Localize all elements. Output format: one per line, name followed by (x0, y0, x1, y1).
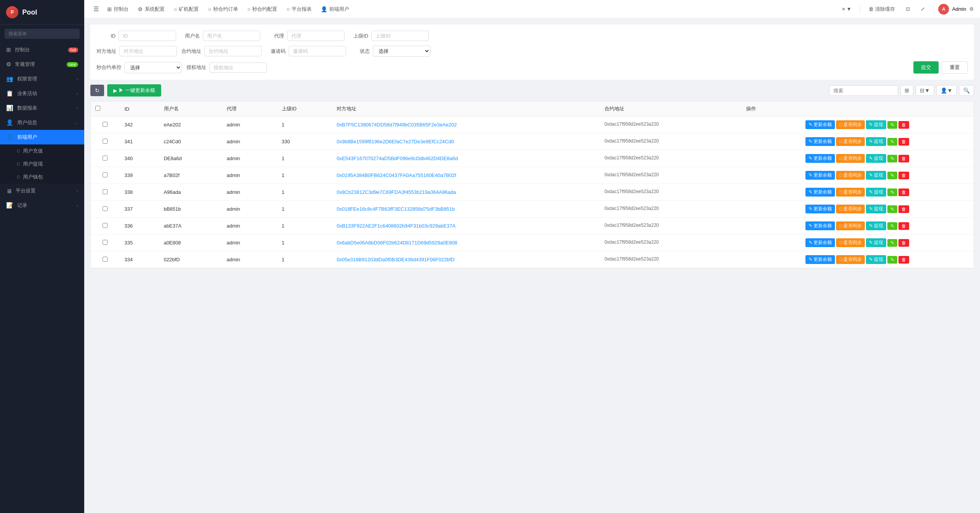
columns-button[interactable]: ⊟ ▼ (916, 85, 934, 96)
withdraw-button[interactable]: ✎ 提现 (866, 188, 886, 197)
delete-button[interactable]: 🗑 (898, 172, 909, 179)
contract-input[interactable] (204, 46, 262, 56)
topbar-contract-config[interactable]: ○ 秒合约配置 (243, 3, 281, 15)
sync-button[interactable]: □ 是否同步 (836, 120, 865, 129)
withdraw-button[interactable]: ✎ 提现 (866, 171, 886, 180)
withdraw-button[interactable]: ✎ 提现 (866, 238, 886, 247)
fullscreen-button[interactable]: ⤢ (917, 5, 929, 13)
update-all-button[interactable]: ▶ ▶ 一键更新余额 (107, 84, 161, 97)
invite-input[interactable] (289, 46, 346, 56)
topbar-miner-config[interactable]: ○ 矿机配置 (170, 3, 203, 15)
sidebar-item-general[interactable]: ⚙ 常规管理 new (0, 57, 84, 72)
update-balance-button[interactable]: ✎ 更新余额 (805, 221, 835, 230)
address-link[interactable]: 0x6abD5e06A8bD06F02b624D8171D69d5929a0E8… (336, 240, 457, 246)
row-checkbox[interactable] (103, 156, 108, 161)
delete-button[interactable]: 🗑 (898, 239, 909, 247)
topbar-dashboard[interactable]: ⊞ 控制台 (103, 3, 132, 15)
sidebar-item-reports[interactable]: 📊 数据报表 ‹ (0, 101, 84, 115)
counterparty-input[interactable] (119, 46, 177, 56)
address-link[interactable]: 0xE543F167070274aD5BdF096e9cDdb462D4DE8a… (336, 156, 458, 161)
username-input[interactable] (203, 31, 260, 41)
edit-button[interactable]: ✎ (887, 205, 897, 213)
withdraw-button[interactable]: ✎ 提现 (866, 255, 886, 264)
withdraw-button[interactable]: ✎ 提现 (866, 120, 886, 129)
edit-button[interactable]: ✎ (887, 172, 897, 179)
delete-button[interactable]: 🗑 (898, 138, 909, 146)
withdraw-button[interactable]: ✎ 提现 (866, 221, 886, 230)
search-button[interactable]: 🔍 (959, 85, 974, 96)
row-checkbox[interactable] (103, 189, 108, 194)
address-link[interactable]: 0x9b8Be1599f8196e2D6EfaC7e27De3e9EfCc24C… (336, 139, 454, 144)
address-link[interactable]: 0x018FEe16c8c4F7B63fF3EC132858d75dF3bB85… (336, 206, 455, 212)
sidebar-item-dashboard[interactable]: ⊞ 控制台 hot (0, 43, 84, 57)
id-input[interactable] (119, 31, 176, 41)
address-link[interactable]: 0x0195A384B0FB624C0437FA0Aa755160E40a7B0… (336, 172, 456, 178)
address-link[interactable]: 0x05e316B91203dDa0f0B3DE436d4391F06F022b… (336, 257, 454, 262)
status-select[interactable]: 选择 (373, 46, 430, 57)
edit-button[interactable]: ✎ (887, 121, 897, 129)
update-balance-button[interactable]: ✎ 更新余额 (805, 120, 835, 129)
user-filter-button[interactable]: 👤 ▼ (936, 85, 957, 96)
sync-button[interactable]: □ 是否同步 (836, 221, 865, 230)
more-menu-button[interactable]: ≡ ▼ (838, 5, 855, 13)
withdraw-button[interactable]: ✎ 提现 (866, 137, 886, 146)
submit-button[interactable]: 提交 (913, 61, 939, 74)
sidebar-item-platform[interactable]: 🖥 平台设置 ‹ (0, 184, 84, 198)
topbar-sys-config[interactable]: ⚙ 系统配置 (134, 3, 168, 15)
delete-button[interactable]: 🗑 (898, 205, 909, 213)
row-checkbox[interactable] (103, 122, 108, 127)
sync-button[interactable]: □ 是否同步 (836, 171, 865, 180)
row-checkbox[interactable] (103, 240, 108, 245)
delete-button[interactable]: 🗑 (898, 188, 909, 196)
hamburger-button[interactable]: ☰ (90, 3, 102, 15)
sidebar-item-userinfo[interactable]: 👤 用户信息 ⌄ (0, 115, 84, 130)
table-search-input[interactable] (829, 85, 898, 96)
update-balance-button[interactable]: ✎ 更新余额 (805, 205, 835, 213)
edit-button[interactable]: ✎ (887, 138, 897, 146)
sidebar-item-records[interactable]: 📝 记录 ‹ (0, 198, 84, 213)
refresh-button[interactable]: ↻ (90, 85, 104, 96)
sync-button[interactable]: □ 是否同步 (836, 238, 865, 247)
sidebar-item-business[interactable]: 📋 业务活动 ‹ (0, 86, 84, 101)
sidebar-item-user-recharge[interactable]: 用户充值 (6, 144, 84, 157)
auth-input[interactable] (209, 62, 267, 73)
sync-button[interactable]: □ 是否同步 (836, 205, 865, 213)
row-checkbox[interactable] (103, 139, 108, 144)
sidebar-item-user-wallet[interactable]: 用户钱包 (6, 170, 84, 184)
sync-button[interactable]: □ 是否同步 (836, 154, 865, 163)
topbar-contract-orders[interactable]: ○ 秒合约订单 (204, 3, 242, 15)
withdraw-button[interactable]: ✎ 提现 (866, 205, 886, 213)
settings-icon[interactable]: ⚙ (969, 6, 974, 12)
sidebar-item-permissions[interactable]: 👥 权限管理 ‹ (0, 72, 84, 86)
topbar-frontend-user[interactable]: 👤 前端用户 (317, 3, 353, 15)
select-all-checkbox[interactable] (95, 106, 100, 111)
topbar-platform-report[interactable]: ○ 平台报表 (283, 3, 315, 15)
row-checkbox[interactable] (103, 257, 108, 262)
sync-button[interactable]: □ 是否同步 (836, 137, 865, 146)
delete-button[interactable]: 🗑 (898, 155, 909, 162)
grid-view-button[interactable]: ⊞ (900, 85, 913, 96)
delete-button[interactable]: 🗑 (898, 121, 909, 129)
update-balance-button[interactable]: ✎ 更新余额 (805, 238, 835, 247)
sidebar-item-user-withdraw[interactable]: 用户提现 (6, 157, 84, 170)
update-balance-button[interactable]: ✎ 更新余额 (805, 255, 835, 264)
edit-button[interactable]: ✎ (887, 256, 897, 264)
delete-button[interactable]: 🗑 (898, 222, 909, 230)
row-checkbox[interactable] (103, 206, 108, 211)
update-balance-button[interactable]: ✎ 更新余额 (805, 154, 835, 163)
update-balance-button[interactable]: ✎ 更新余额 (805, 171, 835, 180)
update-balance-button[interactable]: ✎ 更新余额 (805, 137, 835, 146)
row-checkbox[interactable] (103, 172, 108, 177)
reset-button[interactable]: 重置 (942, 61, 968, 74)
edit-button[interactable]: ✎ (887, 155, 897, 162)
sync-button[interactable]: □ 是否同步 (836, 188, 865, 197)
row-checkbox[interactable] (103, 223, 108, 228)
sidebar-item-frontend-user[interactable]: 👤 前端用户 (0, 130, 84, 144)
sync-button[interactable]: □ 是否同步 (836, 255, 865, 264)
update-balance-button[interactable]: ✎ 更新余额 (805, 188, 835, 197)
icon-btn-1[interactable]: ⊡ (902, 5, 914, 13)
delete-button[interactable]: 🗑 (898, 256, 909, 264)
address-link[interactable]: 0xB133F922AE2F1c6408602b94F31b03c929abE3… (336, 223, 456, 229)
parent-id-input[interactable] (371, 31, 429, 41)
edit-button[interactable]: ✎ (887, 222, 897, 230)
